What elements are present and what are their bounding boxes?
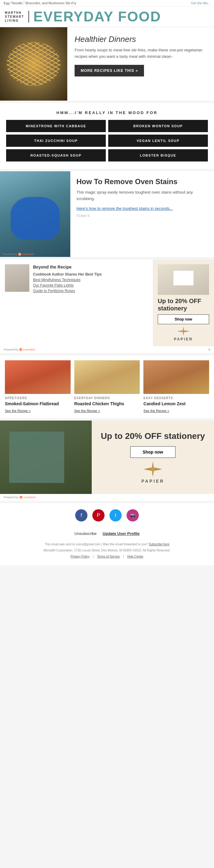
notebook-visual (9, 432, 64, 483)
hero-title: Healthier Dinners (74, 35, 207, 44)
twitter-icon[interactable]: t (110, 509, 122, 522)
privacy-policy-link[interactable]: Privacy Policy (71, 555, 90, 558)
footer-links: Unsubscribe Update User Profile (0, 528, 214, 539)
hero-section: Healthier Dinners From hearty soups to m… (0, 27, 214, 101)
footer-legal-links: Privacy Policy | Terms of Service | Help… (6, 554, 208, 559)
update-profile-link[interactable]: Update User Profile (103, 531, 140, 536)
mood-item-2[interactable]: THAI ZUCCHINI SOUP (6, 134, 106, 147)
beyond-link-2[interactable]: Guide to Fertilizing Roses (33, 289, 148, 293)
glove-visual (11, 197, 60, 240)
recipe-link-0[interactable]: See the Recipe » (5, 409, 31, 412)
terms-link[interactable]: Terms of Service (97, 555, 120, 558)
recipe-title-1: Roasted Chicken Thighs (74, 401, 140, 406)
large-papier-brand: PAPIER (141, 479, 164, 484)
liveintent-dot-3 (20, 496, 23, 499)
brand-line1: MARTHA (5, 11, 24, 15)
footer-email-text: This email was sent to xxxxx@gmail.com |… (6, 542, 208, 547)
recipe-title-2: Candied Lemon Zest (143, 401, 209, 406)
stain-section: Powered by LiveIntent How To Remove Oven… (0, 171, 214, 257)
beyond-link-0[interactable]: Best Mindfulness Techniques (33, 278, 148, 282)
mood-item-5[interactable]: LOBSTER BISQUE (108, 149, 208, 161)
stain-visual (0, 171, 70, 257)
shop-button-small[interactable]: Shop now (158, 314, 209, 324)
pinterest-icon[interactable]: P (92, 509, 104, 522)
hero-content: Healthier Dinners From hearty soups to m… (67, 27, 214, 101)
stationery-ad-small: Up to 20% OFF stationery Shop now PAPIER (153, 259, 214, 346)
stain-description: This magic spray easily removes toughest… (77, 189, 208, 202)
recipe-card-1: EVERYDAY DINNERS Roasted Chicken Thighs … (74, 360, 140, 413)
header: MARTHA STEWART LIVING EVERYDAY FOOD (0, 6, 214, 27)
stain-link[interactable]: Here's how to remove the toughest stains… (77, 206, 208, 212)
stationery-title-small: Up to 20% OFF stationery (158, 297, 209, 312)
brand-line2: STEWART (5, 15, 24, 19)
mood-item-3[interactable]: VEGAN LENTIL SOUP (108, 134, 208, 147)
stain-image: Powered by LiveIntent (0, 171, 70, 257)
beyond-subtitle: Cookbook Author Shares Her Best Tips (33, 272, 148, 277)
beyond-recipe-image (5, 264, 29, 292)
recipe-category-2: EASY DESSERTS (143, 396, 209, 400)
large-shop-button[interactable]: Shop now (130, 446, 176, 458)
papier-brand-small: PAPIER (174, 337, 193, 341)
large-stationery-image (0, 421, 92, 494)
recipe-link-1[interactable]: See the Recipe » (74, 409, 100, 412)
liveintent-dot-2 (19, 348, 22, 351)
powered-row: Powered by LiveIntent B (0, 346, 214, 353)
recipe-category-1: EVERYDAY DINNERS (74, 396, 140, 400)
liveintent-badge-left: Powered by LiveIntent (4, 348, 35, 351)
large-stationery-title: Up to 20% OFF stationery (101, 431, 205, 441)
help-center-link[interactable]: Help Center (127, 555, 143, 558)
hero-description: From hearty soups to meat-free stir-frie… (74, 47, 207, 60)
stationery-image-small (158, 264, 209, 295)
papier-logo-small: PAPIER (158, 327, 209, 341)
instagram-icon[interactable]: 📷 (127, 509, 139, 522)
mood-section: HMM...I'M REALLY IN THE MOOD FOR MINESTR… (0, 103, 214, 169)
noodles-visual (7, 42, 61, 86)
recipe-title-0: Smoked-Salmon Flatbread (5, 401, 71, 406)
powered-by-stain: Powered by LiveIntent (2, 253, 34, 256)
recipe-card-0: APPETIZERS Smoked-Salmon Flatbread See t… (5, 360, 71, 413)
large-stationery-ad: Up to 20% OFF stationery Shop now PAPIER (0, 421, 214, 494)
mood-title: HMM...I'M REALLY IN THE MOOD FOR (6, 111, 208, 115)
recipe-title-topbar: Egg "Noodle," Broccolini, and Mushroom S… (4, 1, 77, 5)
stain-content: How To Remove Oven Stains This magic spr… (70, 171, 214, 257)
social-section: f P t 📷 (0, 503, 214, 528)
recipe-card-2: EASY DESSERTS Candied Lemon Zest See the… (143, 360, 209, 413)
magazine-link-topbar[interactable]: Get the Ma... (191, 1, 210, 5)
mood-item-0[interactable]: MINESTRONE WITH CABBAGE (6, 120, 106, 132)
recipe-image-0 (5, 360, 71, 394)
stain-source: ©Clean S (77, 214, 208, 217)
envelope-visual (173, 270, 193, 286)
hero-image (0, 27, 67, 101)
brand-line3: LIVING (5, 19, 24, 23)
mood-item-4[interactable]: ROASTED-SQUASH SOUP (6, 149, 106, 161)
footer-text: This email was sent to xxxxx@gmail.com |… (0, 539, 214, 565)
recipe-category-0: APPETIZERS (5, 396, 71, 400)
brand-block: MARTHA STEWART LIVING (5, 11, 29, 23)
liveintent-dot (18, 253, 21, 256)
powered-footer: Powered by LiveIntent (0, 494, 214, 501)
stain-title: How To Remove Oven Stains (77, 177, 208, 186)
content-row: Beyond the Recipe Cookbook Author Shares… (0, 259, 214, 346)
subscribe-link[interactable]: Subscribe here (149, 542, 170, 546)
unsubscribe-link[interactable]: Unsubscribe (74, 531, 97, 536)
large-stationery-content: Up to 20% OFF stationery Shop now PAPIER (92, 421, 214, 494)
footer-company: Meredith Corporation. 1716 Locust Street… (6, 548, 208, 553)
recipe-link-2[interactable]: See the Recipe » (143, 409, 169, 412)
mood-item-1[interactable]: BROKEN WONTON SOUP (108, 120, 208, 132)
facebook-icon[interactable]: f (75, 509, 87, 522)
bowl-visual (0, 27, 67, 101)
mood-grid: MINESTRONE WITH CABBAGE BROKEN WONTON SO… (6, 120, 208, 161)
papier-sunburst-small (177, 327, 189, 336)
top-bar: Egg "Noodle," Broccolini, and Mushroom S… (0, 0, 214, 6)
large-papier-sunburst (144, 462, 162, 477)
beyond-recipe-section: Beyond the Recipe Cookbook Author Shares… (0, 259, 153, 346)
magazine-title: EVERYDAY FOOD (33, 9, 161, 24)
beyond-title: Beyond the Recipe (33, 264, 148, 270)
recipe-image-2 (143, 360, 209, 394)
liveintent-badge-right: B (209, 348, 210, 351)
recipe-grid: APPETIZERS Smoked-Salmon Flatbread See t… (0, 355, 214, 418)
beyond-recipe-content: Beyond the Recipe Cookbook Author Shares… (33, 264, 148, 341)
beyond-link-1[interactable]: Our Favorite Patio Lights (33, 283, 148, 287)
recipe-image-1 (74, 360, 140, 394)
more-recipes-button[interactable]: MORE RECIPES LIKE THIS » (74, 65, 144, 76)
